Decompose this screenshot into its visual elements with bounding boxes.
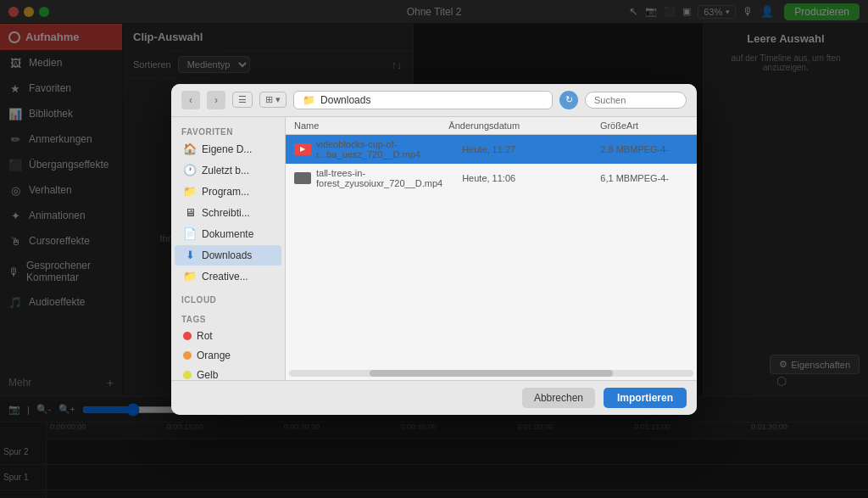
location-folder-icon: 📁 — [303, 94, 315, 106]
fd-tag-rot[interactable]: Rot — [175, 327, 281, 345]
file-type-0: MPEG-4- — [630, 144, 688, 154]
import-button[interactable]: Importieren — [604, 388, 687, 408]
file-type-1: MPEG-4- — [630, 173, 688, 183]
fd-files: ▶ videoblocks-cup-of-r...ba_uesz_720__D.… — [286, 135, 697, 367]
fd-sidebar-downloads[interactable]: ⬇ Downloads — [175, 245, 281, 266]
clock-icon: 🕐 — [183, 164, 197, 177]
fd-tag-gelb[interactable]: Gelb — [175, 366, 281, 380]
file-size-1: 6,1 MB — [571, 173, 630, 183]
fd-main: Name Änderungsdatum Größe Art ▶ videoblo… — [286, 117, 697, 380]
file-size-0: 2,8 MB — [571, 144, 630, 154]
file-icon-0: ▶ — [294, 143, 311, 155]
fd-sidebar: Favoriten 🏠 Eigene D... 🕐 Zuletzt b... 📁… — [171, 117, 286, 380]
col-header-type[interactable]: Art — [626, 120, 688, 131]
nav-forward-button[interactable]: › — [207, 91, 225, 109]
file-date-1: Heute, 11:06 — [462, 173, 571, 183]
nav-back-button[interactable]: ‹ — [181, 91, 200, 109]
file-name-1: tall-trees-in-forest_zyusoiuxr_720__D.mp… — [316, 168, 462, 188]
desktop-icon: 🖥 — [183, 206, 197, 220]
col-header-size[interactable]: Größe — [565, 120, 626, 131]
dokumente-icon: 📄 — [183, 227, 197, 241]
fd-sidebar-dokumente-label: Dokumente — [202, 228, 253, 240]
fd-sidebar-zuletzt[interactable]: 🕐 Zuletzt b... — [175, 160, 281, 181]
fd-sidebar-program[interactable]: 📁 Program... — [175, 182, 281, 202]
location-bar: 📁 Downloads — [293, 91, 553, 109]
list-view-button[interactable]: ☰ — [232, 92, 253, 108]
fd-column-headers: Name Änderungsdatum Größe Art — [286, 117, 697, 135]
fd-sidebar-creative-label: Creative... — [202, 271, 248, 283]
file-dialog-toolbar: ‹ › ☰ ⊞ ▾ 📁 Downloads ↻ — [171, 84, 697, 117]
fd-sidebar-eigene[interactable]: 🏠 Eigene D... — [175, 139, 281, 159]
fd-tag-rot-label: Rot — [197, 330, 213, 342]
col-header-date[interactable]: Änderungsdatum — [448, 120, 565, 131]
file-icon-1 — [294, 172, 311, 184]
fd-scrollbar-thumb — [370, 370, 612, 377]
fd-sidebar-eigene-label: Eigene D... — [202, 143, 252, 155]
tag-orange-dot — [183, 351, 192, 360]
fd-sidebar-program-label: Program... — [202, 186, 249, 198]
fd-sidebar-downloads-label: Downloads — [202, 249, 252, 261]
search-input[interactable] — [585, 92, 687, 109]
file-dialog-overlay: ‹ › ☰ ⊞ ▾ 📁 Downloads ↻ Favoriten 🏠 Eige… — [0, 0, 868, 498]
fd-sidebar-schreibti-label: Schreibti... — [202, 207, 250, 219]
fd-sidebar-schreibti[interactable]: 🖥 Schreibti... — [175, 203, 281, 223]
fd-tag-orange[interactable]: Orange — [175, 346, 281, 365]
file-name-0: videoblocks-cup-of-r...ba_uesz_720__D.mp… — [316, 139, 462, 159]
fd-sidebar-creative[interactable]: 📁 Creative... — [175, 266, 281, 287]
fd-sidebar-zuletzt-label: Zuletzt b... — [202, 165, 249, 176]
file-dialog: ‹ › ☰ ⊞ ▾ 📁 Downloads ↻ Favoriten 🏠 Eige… — [171, 84, 697, 415]
tag-gelb-dot — [183, 371, 192, 379]
fd-footer: Abbrechen Importieren — [171, 380, 697, 415]
file-row-0[interactable]: ▶ videoblocks-cup-of-r...ba_uesz_720__D.… — [286, 135, 697, 164]
program-folder-icon: 📁 — [183, 185, 197, 199]
creative-folder-icon: 📁 — [183, 270, 197, 283]
location-text: Downloads — [320, 94, 370, 106]
fd-tag-gelb-label: Gelb — [197, 369, 218, 380]
fd-tag-orange-label: Orange — [197, 350, 231, 361]
fd-sidebar-dokumente[interactable]: 📄 Dokumente — [175, 224, 281, 244]
sync-button[interactable]: ↻ — [559, 91, 578, 109]
downloads-icon: ⬇ — [183, 249, 197, 262]
grid-view-button[interactable]: ⊞ ▾ — [259, 92, 287, 108]
file-dialog-body: Favoriten 🏠 Eigene D... 🕐 Zuletzt b... 📁… — [171, 117, 697, 380]
tag-rot-dot — [183, 332, 192, 340]
home-icon: 🏠 — [183, 143, 197, 156]
favorites-section-label: Favoriten — [171, 124, 285, 138]
cancel-button[interactable]: Abbrechen — [522, 388, 595, 408]
file-date-0: Heute, 11:27 — [462, 144, 571, 154]
file-row-1[interactable]: tall-trees-in-forest_zyusoiuxr_720__D.mp… — [286, 164, 697, 193]
icloud-section-label: iCloud — [171, 292, 285, 306]
col-header-name[interactable]: Name — [294, 120, 448, 131]
tags-section-label: Tags — [171, 311, 285, 326]
fd-scrollbar[interactable] — [289, 370, 693, 377]
